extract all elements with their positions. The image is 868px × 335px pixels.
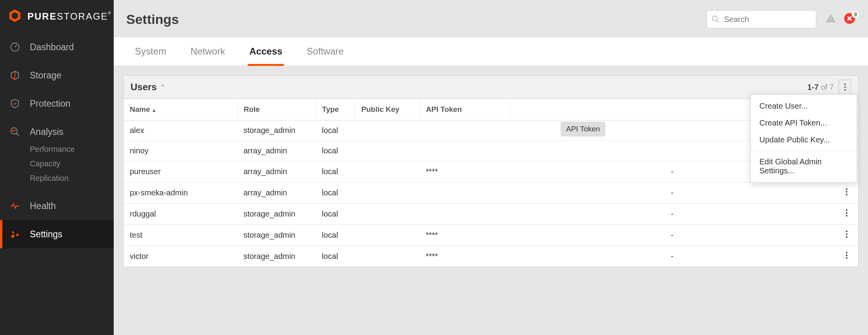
cell-type: local [316, 225, 355, 246]
warning-icon[interactable] [825, 13, 837, 26]
cell-dash: - [510, 182, 835, 204]
svg-point-13 [846, 191, 847, 193]
cell-name: pureuser [123, 161, 237, 182]
svg-point-8 [844, 89, 846, 91]
nav-storage[interactable]: Storage [0, 61, 114, 89]
nav-sub-replication[interactable]: Replication [30, 171, 114, 186]
col-api-token[interactable]: API Token [419, 99, 510, 120]
table-row: px-smeka-adminarray_adminlocal- [123, 182, 858, 204]
cell-api-token: **** [419, 225, 510, 246]
cell-public-key [355, 182, 419, 204]
nav-protection[interactable]: Protection [0, 89, 114, 118]
svg-point-22 [846, 255, 847, 256]
table-row: rduggalstorage_adminlocal- [123, 204, 858, 225]
svg-point-16 [846, 212, 847, 214]
cell-public-key [355, 204, 419, 225]
cell-api-token: **** [419, 161, 510, 182]
page-title: Settings [126, 12, 706, 27]
pagination-label: 1-7 of 7 [807, 83, 834, 92]
svg-point-15 [846, 209, 847, 211]
nav-settings-label: Settings [30, 229, 62, 240]
cell-type: local [316, 120, 355, 141]
cell-role: storage_admin [237, 120, 316, 141]
cell-public-key [355, 120, 419, 141]
cell-public-key [355, 141, 419, 161]
table-row: alexstorage_adminlocal [123, 120, 858, 141]
sort-asc-icon: ▲ [152, 107, 156, 113]
nav-analysis-subitems: Performance Capacity Replication [0, 142, 114, 186]
cell-type: local [316, 246, 355, 267]
brand-mark-icon [8, 9, 22, 24]
error-alert-icon[interactable]: 9 [844, 13, 855, 26]
cell-dash: - [510, 225, 835, 246]
svg-point-12 [846, 188, 847, 190]
search-wrap [706, 10, 816, 28]
col-name[interactable]: Name▲ [123, 99, 237, 120]
search-input[interactable] [706, 10, 816, 28]
nav-dashboard[interactable]: Dashboard [0, 33, 114, 61]
cell-api-token: **** [419, 246, 510, 267]
cell-dash: - [510, 246, 835, 267]
cell-public-key [355, 246, 419, 267]
error-alert-badge: 9 [852, 10, 859, 18]
cell-name: victor [123, 246, 237, 267]
tab-access[interactable]: Access [241, 37, 291, 66]
svg-rect-4 [830, 20, 832, 22]
dashboard-icon [9, 42, 20, 53]
cell-dash: - [510, 204, 835, 225]
nav-dashboard-label: Dashboard [30, 42, 74, 53]
nav-protection-label: Protection [30, 98, 71, 109]
cell-actions [835, 182, 858, 204]
cell-api-token [419, 141, 510, 161]
collapse-caret-icon[interactable]: ⌃ [160, 84, 165, 91]
row-actions-button[interactable] [846, 209, 848, 217]
tabbar: System Network Access Software [114, 37, 868, 66]
svg-point-20 [846, 236, 847, 238]
cell-role: array_admin [237, 161, 316, 182]
tab-software[interactable]: Software [298, 37, 352, 66]
menu-edit-global-admin[interactable]: Edit Global Admin Settings... [751, 153, 857, 179]
cell-type: local [316, 161, 355, 182]
row-actions-button[interactable] [846, 230, 848, 238]
svg-point-6 [844, 84, 846, 85]
col-role[interactable]: Role [237, 99, 316, 120]
cell-public-key [355, 161, 419, 182]
menu-update-public-key[interactable]: Update Public Key... [751, 131, 857, 148]
svg-point-17 [846, 215, 847, 217]
col-public-key[interactable]: Public Key [355, 99, 419, 120]
row-actions-button[interactable] [846, 188, 848, 196]
table-row: ninoyarray_adminlocal [123, 141, 858, 161]
cell-name: rduggal [123, 204, 237, 225]
row-actions-button[interactable] [846, 251, 848, 259]
panel-actions-button[interactable] [839, 80, 851, 95]
cell-role: storage_admin [237, 225, 316, 246]
cell-name: test [123, 225, 237, 246]
cell-actions [835, 246, 858, 267]
brand-name: PURESTORAGE® [27, 11, 112, 22]
col-type[interactable]: Type [316, 99, 355, 120]
nav-health-label: Health [30, 201, 56, 211]
tab-system[interactable]: System [126, 37, 175, 66]
menu-create-api-token[interactable]: Create API Token... [751, 115, 857, 131]
nav-storage-label: Storage [30, 70, 62, 81]
cell-name: ninoy [123, 141, 237, 161]
nav-sub-performance[interactable]: Performance [30, 142, 114, 157]
cell-type: local [316, 141, 355, 161]
nav-settings[interactable]: Settings [0, 220, 114, 248]
nav-sub-capacity[interactable]: Capacity [30, 157, 114, 171]
svg-point-18 [846, 231, 847, 232]
cell-role: storage_admin [237, 246, 316, 267]
cell-api-token [419, 182, 510, 204]
svg-point-2 [712, 16, 717, 21]
search-icon [711, 15, 720, 25]
nav-health[interactable]: Health [0, 192, 114, 220]
main-area: Settings 9 System Network Access Softwar… [114, 0, 868, 335]
tab-network[interactable]: Network [182, 37, 234, 66]
menu-create-user[interactable]: Create User... [751, 98, 857, 115]
svg-point-19 [846, 233, 847, 235]
svg-point-14 [846, 194, 847, 195]
topbar: Settings 9 [114, 0, 868, 37]
users-table: Name▲ Role Type Public Key API Token ale… [123, 99, 858, 267]
protection-icon [9, 98, 20, 109]
svg-point-21 [846, 252, 847, 253]
